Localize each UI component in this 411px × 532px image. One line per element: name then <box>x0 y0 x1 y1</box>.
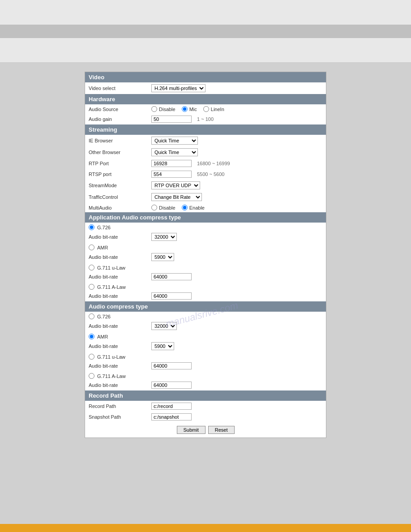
audio-gain-row: Audio gain 1 ~ 100 <box>85 114 326 124</box>
codec1-radio[interactable] <box>89 313 94 319</box>
app-codec2-bitrate-select[interactable]: 5900 4750 5150 6700 <box>151 253 174 261</box>
app-codec4-bitrate-input[interactable] <box>151 292 192 300</box>
audio-source-row: Audio Source Disable Mic LineIn <box>85 104 326 114</box>
app-codec3-radio[interactable] <box>89 265 94 270</box>
app-codec1-bitrate-controls: 32000 24000 16000 <box>151 233 177 241</box>
app-codec1-radio-row: G.726 <box>85 223 326 231</box>
audio-source-disable-text: Disable <box>159 107 176 112</box>
app-audio-section-header: Application Audio compress type <box>85 212 326 223</box>
audio-source-mic-label[interactable]: Mic <box>182 106 197 112</box>
codec3-name: G.711 u-Law <box>97 354 125 360</box>
record-path-row: Record Path <box>85 401 326 412</box>
page-wrapper: Video Video select H.264 multi-profiles … <box>0 63 411 524</box>
hardware-section-header: Hardware <box>85 94 326 104</box>
codec3-bitrate-label: Audio bit-rate <box>89 363 151 369</box>
traffic-control-controls: Change Bit Rate Constant Bit Rate <box>151 193 202 201</box>
app-codec2-radio[interactable] <box>89 245 94 250</box>
codec3-radio[interactable] <box>89 354 94 360</box>
codec4-radio-row: G.711 A-Law <box>85 371 326 380</box>
ie-browser-row: IE Browser Quick Time Windows Media Real… <box>85 135 326 146</box>
other-browser-dropdown[interactable]: Quick Time Windows Media Real Player <box>151 148 198 156</box>
app-codec3-bitrate-input[interactable] <box>151 273 192 280</box>
rtp-port-hint: 16800 ~ 16999 <box>197 161 230 166</box>
snapshot-path-controls <box>151 413 192 420</box>
stream-mode-dropdown[interactable]: RTP OVER UDP RTP OVER TCP HTTP <box>151 181 200 189</box>
traffic-control-row: TrafficControl Change Bit Rate Constant … <box>85 191 326 203</box>
app-codec1-name: G.726 <box>97 225 111 230</box>
app-codec4-bitrate-controls <box>151 292 192 300</box>
audio-source-linein-radio[interactable] <box>203 106 209 112</box>
app-codec1-bitrate-row: Audio bit-rate 32000 24000 16000 <box>85 231 326 243</box>
codec2-bitrate-row: Audio bit-rate 5900 4750 5150 6700 <box>85 340 326 352</box>
rtp-port-input[interactable] <box>151 160 192 167</box>
video-select-controls: H.264 multi-profiles H.264 MPEG4 MJPEG <box>151 84 206 92</box>
app-codec2-radio-row: AMR <box>85 243 326 251</box>
top-bar-inner <box>0 25 411 38</box>
app-codec3-bitrate-row: Audio bit-rate <box>85 271 326 282</box>
record-path-label: Record Path <box>89 403 151 409</box>
streaming-section-header: Streaming <box>85 124 326 135</box>
app-codec4-name: G.711 A-Law <box>97 284 126 290</box>
multi-audio-disable-label[interactable]: Disable <box>151 205 176 210</box>
multi-audio-controls: Disable Enable <box>151 205 208 210</box>
app-codec4-bitrate-label: Audio bit-rate <box>89 293 151 299</box>
codec2-bitrate-label: Audio bit-rate <box>89 343 151 349</box>
stream-mode-row: StreamMode RTP OVER UDP RTP OVER TCP HTT… <box>85 180 326 191</box>
multi-audio-disable-radio[interactable] <box>151 205 157 210</box>
codec1-bitrate-select[interactable]: 32000 24000 16000 <box>151 322 177 330</box>
other-browser-controls: Quick Time Windows Media Real Player <box>151 148 198 156</box>
codec4-bitrate-input[interactable] <box>151 382 192 389</box>
app-codec2-bitrate-label: Audio bit-rate <box>89 254 151 260</box>
audio-gain-label: Audio gain <box>89 116 151 122</box>
ie-browser-dropdown[interactable]: Quick Time Windows Media Real Player <box>151 137 198 145</box>
multi-audio-enable-label[interactable]: Enable <box>182 205 205 210</box>
snapshot-path-input[interactable] <box>151 413 192 420</box>
video-select-dropdown[interactable]: H.264 multi-profiles H.264 MPEG4 MJPEG <box>151 84 206 92</box>
codec2-bitrate-select[interactable]: 5900 4750 5150 6700 <box>151 342 174 350</box>
multi-audio-enable-text: Enable <box>189 205 205 210</box>
codec2-name: AMR <box>97 334 108 339</box>
codec4-radio[interactable] <box>89 373 94 379</box>
form-buttons: Submit Reset <box>85 422 326 438</box>
multi-audio-enable-radio[interactable] <box>182 205 188 210</box>
codec4-bitrate-label: Audio bit-rate <box>89 382 151 388</box>
bottom-bar <box>0 524 411 532</box>
audio-source-disable-radio[interactable] <box>151 106 157 112</box>
codec2-bitrate-controls: 5900 4750 5150 6700 <box>151 342 174 350</box>
codec4-bitrate-row: Audio bit-rate <box>85 380 326 390</box>
rtsp-port-row: RTSP port 5500 ~ 5600 <box>85 169 326 180</box>
form-container: Video Video select H.264 multi-profiles … <box>85 72 326 511</box>
rtsp-port-input[interactable] <box>151 171 192 178</box>
record-path-section-header: Record Path <box>85 390 326 401</box>
main-form: Video Video select H.264 multi-profiles … <box>85 72 326 438</box>
app-codec1-radio[interactable] <box>89 224 94 230</box>
stream-mode-label: StreamMode <box>89 183 151 188</box>
rtp-port-label: RTP Port <box>89 161 151 166</box>
codec4-name: G.711 A-Law <box>97 373 126 379</box>
app-codec3-bitrate-label: Audio bit-rate <box>89 274 151 279</box>
rtp-port-row: RTP Port 16800 ~ 16999 <box>85 158 326 169</box>
audio-gain-input[interactable] <box>151 116 192 123</box>
ie-browser-label: IE Browser <box>89 138 151 143</box>
codec3-bitrate-input[interactable] <box>151 362 192 369</box>
audio-gain-controls: 1 ~ 100 <box>151 116 214 123</box>
codec2-radio[interactable] <box>89 334 94 339</box>
codec3-radio-row: G.711 u-Law <box>85 352 326 360</box>
traffic-control-dropdown[interactable]: Change Bit Rate Constant Bit Rate <box>151 193 202 201</box>
audio-source-linein-label[interactable]: LineIn <box>203 106 224 112</box>
rtsp-port-controls: 5500 ~ 5600 <box>151 171 224 178</box>
app-codec1-bitrate-select[interactable]: 32000 24000 16000 <box>151 233 177 241</box>
audio-source-mic-radio[interactable] <box>182 106 188 112</box>
app-codec4-radio[interactable] <box>89 284 94 290</box>
app-codec4-bitrate-row: Audio bit-rate <box>85 291 326 301</box>
app-codec2-name: AMR <box>97 245 108 250</box>
audio-source-disable-label[interactable]: Disable <box>151 106 176 112</box>
codec1-radio-row: G.726 <box>85 312 326 320</box>
record-path-input[interactable] <box>151 403 192 410</box>
reset-button[interactable]: Reset <box>208 426 235 434</box>
top-bar <box>0 0 411 63</box>
audio-gain-hint: 1 ~ 100 <box>197 116 214 122</box>
submit-button[interactable]: Submit <box>177 426 206 434</box>
video-select-label: Video select <box>89 86 151 91</box>
other-browser-label: Other Browser <box>89 150 151 155</box>
